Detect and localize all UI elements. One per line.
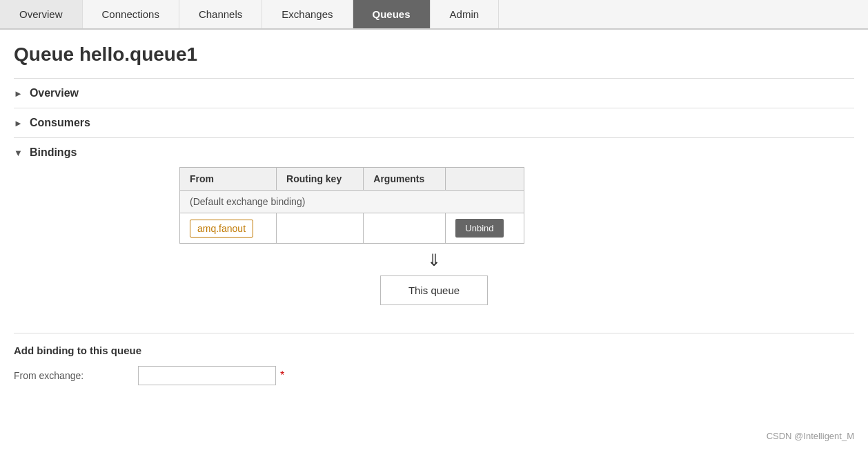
col-action <box>446 168 524 191</box>
col-arguments: Arguments <box>364 168 446 191</box>
page-title-prefix: Queue <box>14 43 74 65</box>
bindings-section-header[interactable]: ▼ Bindings <box>14 138 854 167</box>
unbind-button[interactable]: Unbind <box>455 219 503 238</box>
this-queue-label: This queue <box>380 275 488 305</box>
from-exchange-label: From exchange: <box>14 370 138 381</box>
arguments-cell <box>364 213 446 244</box>
default-exchange-row: (Default exchange binding) <box>180 191 524 213</box>
from-exchange-input[interactable] <box>138 366 276 385</box>
consumers-arrow-icon: ► <box>14 118 23 128</box>
nav-connections[interactable]: Connections <box>83 0 179 28</box>
page-content: Queue hello.queue1 ► Overview ► Consumer… <box>0 30 868 385</box>
bindings-table-container: From Routing key Arguments (Default exch… <box>179 167 854 244</box>
nav-overview[interactable]: Overview <box>0 0 83 28</box>
overview-section-title: Overview <box>30 87 79 99</box>
col-from: From <box>180 168 277 191</box>
bindings-section-title: Bindings <box>30 146 77 159</box>
table-header-row: From Routing key Arguments <box>180 168 524 191</box>
action-cell: Unbind <box>446 213 524 244</box>
col-routing-key: Routing key <box>277 168 364 191</box>
from-exchange-row: From exchange: * <box>14 366 854 385</box>
top-navigation: Overview Connections Channels Exchanges … <box>0 0 868 30</box>
flow-arrow: ⇓ <box>14 251 854 270</box>
add-binding-section: Add binding to this queue From exchange:… <box>14 333 854 385</box>
table-row: amq.fanout Unbind <box>180 213 524 244</box>
nav-channels[interactable]: Channels <box>179 0 262 28</box>
add-binding-title: Add binding to this queue <box>14 345 854 356</box>
consumers-section-title: Consumers <box>30 117 90 129</box>
consumers-section: ► Consumers <box>14 108 854 137</box>
bindings-table: From Routing key Arguments (Default exch… <box>179 167 524 244</box>
bindings-section: ▼ Bindings From Routing key Arguments <box>14 137 854 333</box>
nav-exchanges[interactable]: Exchanges <box>262 0 353 28</box>
overview-arrow-icon: ► <box>14 88 23 99</box>
routing-key-cell <box>277 213 364 244</box>
page-title-name: hello.queue1 <box>79 43 197 65</box>
exchange-link[interactable]: amq.fanout <box>190 220 253 238</box>
this-queue-box: This queue <box>14 275 854 305</box>
consumers-section-header[interactable]: ► Consumers <box>14 108 854 137</box>
nav-admin[interactable]: Admin <box>431 0 500 28</box>
required-star: * <box>280 369 284 382</box>
bindings-section-body: From Routing key Arguments (Default exch… <box>14 167 854 333</box>
overview-section-header[interactable]: ► Overview <box>14 79 854 108</box>
nav-queues[interactable]: Queues <box>353 0 431 28</box>
overview-section: ► Overview <box>14 78 854 108</box>
page-title: Queue hello.queue1 <box>14 43 854 66</box>
from-cell: amq.fanout <box>180 213 277 244</box>
bindings-arrow-icon: ▼ <box>14 148 23 158</box>
default-exchange-cell: (Default exchange binding) <box>180 191 524 213</box>
